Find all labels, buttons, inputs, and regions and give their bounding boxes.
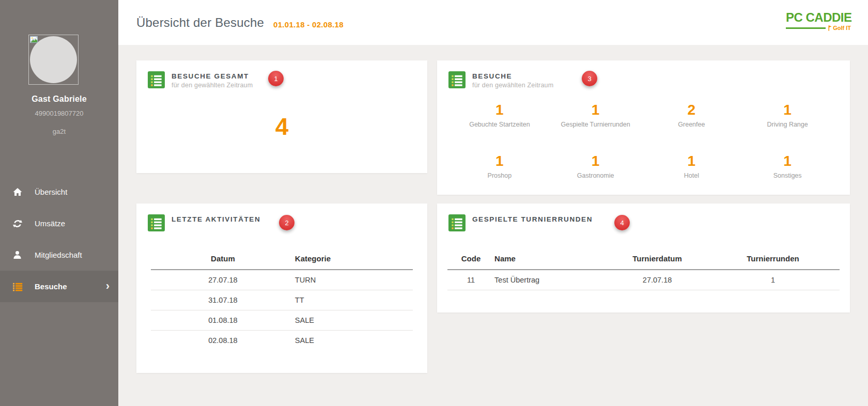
card-title: BESUCHE GESAMT — [172, 71, 253, 80]
sidebar-item-label: Besuche — [35, 282, 67, 291]
table-row: 31.07.18 TT — [151, 290, 413, 310]
table-cell-datum: 27.07.18 — [151, 270, 295, 290]
table-cell-kategorie: TT — [295, 290, 413, 310]
sidebar-item-uebersicht[interactable]: Übersicht — [0, 176, 118, 208]
table-row: 11 Test Übertrag 27.07.18 1 — [447, 270, 840, 290]
step-badge-1[interactable]: 1 — [268, 71, 284, 86]
column-header-code: Code — [447, 249, 494, 270]
avatar — [28, 35, 79, 85]
logo-text: PC CADDIE — [786, 11, 851, 24]
visit-stats-grid: 1 Gebuchte Startzeiten 1 Gespielte Turni… — [437, 89, 850, 179]
golf-flag-icon — [828, 25, 832, 31]
list-icon — [148, 214, 165, 231]
user-name: Gast Gabriele — [0, 95, 118, 104]
table-cell-kategorie: SALE — [295, 331, 413, 351]
stat-label: Proshop — [452, 172, 548, 179]
stat-item: 1 Hotel — [644, 153, 740, 179]
list-icon — [448, 71, 466, 88]
card-letzte-aktivitaeten: LETZTE AKTIVITÄTEN 2 Datum Kategorie 27.… — [136, 204, 427, 373]
list-icon — [13, 282, 27, 291]
stat-item: 1 Gespielte Turnierrunden — [548, 102, 644, 128]
column-header-turnierrunden: Turnierrunden — [706, 249, 840, 270]
stat-label: Greenfee — [644, 121, 740, 128]
column-header-turnierdatum: Turnierdatum — [608, 249, 706, 270]
table-cell-datum: 02.08.18 — [151, 331, 295, 351]
avatar-placeholder-circle — [30, 36, 77, 83]
stat-value: 1 — [452, 153, 548, 169]
stat-label: Driving Range — [739, 121, 835, 128]
broken-image-icon — [30, 36, 38, 43]
pc-caddie-logo: PC CADDIE Golf IT — [786, 11, 851, 31]
date-range-label: 01.01.18 - 02.08.18 — [273, 17, 344, 29]
stat-value: 1 — [644, 153, 740, 169]
card-subtitle: für den gewählten Zeitraum — [472, 82, 553, 89]
stat-label: Hotel — [644, 172, 740, 179]
main-area: Übersicht der Besuche 01.01.18 - 02.08.1… — [118, 0, 868, 406]
sync-icon — [13, 219, 27, 228]
sidebar: Gast Gabriele 4990019807720 ga2t Übersic… — [0, 0, 118, 406]
list-icon — [148, 71, 165, 88]
sidebar-item-label: Umsätze — [35, 219, 65, 228]
member-icon — [13, 251, 27, 259]
stat-item: 1 Gebuchte Startzeiten — [452, 102, 548, 128]
stat-item: 1 Driving Range — [739, 102, 835, 128]
column-header-datum: Datum — [151, 249, 295, 270]
table-cell-kategorie: SALE — [295, 310, 413, 331]
table-row: 27.07.18 TURN — [151, 270, 413, 290]
stat-label: Sonstiges — [739, 172, 835, 179]
stat-label: Gebuchte Startzeiten — [452, 121, 548, 128]
sidebar-item-label: Übersicht — [35, 188, 67, 196]
table-cell-code: 11 — [447, 270, 494, 290]
step-badge-2[interactable]: 2 — [279, 215, 295, 230]
dashboard-content: BESUCHE GESAMT für den gewählten Zeitrau… — [118, 45, 868, 406]
stat-item: 1 Sonstiges — [739, 153, 835, 179]
page-title: Übersicht der Besuche — [136, 15, 264, 30]
home-icon — [13, 188, 27, 196]
logo-subtext: Golf IT — [828, 25, 851, 31]
username: ga2t — [0, 128, 118, 135]
table-cell-name: Test Übertrag — [494, 270, 608, 290]
table-cell-datum: 31.07.18 — [151, 290, 295, 310]
activities-table: Datum Kategorie 27.07.18 TURN 31.07.18 T… — [151, 249, 413, 350]
sidebar-item-besuche[interactable]: Besuche › — [0, 271, 118, 302]
table-cell-turnierdatum: 27.07.18 — [608, 270, 706, 290]
table-cell-datum: 01.08.18 — [151, 310, 295, 331]
stat-value: 2 — [644, 102, 740, 118]
column-header-name: Name — [494, 249, 608, 270]
table-row: 01.08.18 SALE — [151, 310, 413, 331]
card-subtitle: für den gewählten Zeitraum — [172, 82, 253, 89]
card-gespielte-turnierrunden: GESPIELTE TURNIERRUNDEN 4 Code Name Turn… — [437, 204, 850, 313]
sidebar-item-label: Mitgliedschaft — [35, 251, 82, 259]
card-title: LETZTE AKTIVITÄTEN — [172, 214, 260, 223]
column-header-kategorie: Kategorie — [295, 249, 413, 270]
card-besuche-gesamt: BESUCHE GESAMT für den gewählten Zeitrau… — [136, 60, 427, 173]
table-header-row: Code Name Turnierdatum Turnierrunden — [447, 249, 840, 270]
stat-item: 1 Proshop — [452, 153, 548, 179]
topbar: Übersicht der Besuche 01.01.18 - 02.08.1… — [118, 0, 868, 45]
tournament-rounds-table: Code Name Turnierdatum Turnierrunden 11 … — [447, 249, 840, 290]
sidebar-nav: Übersicht Umsätze — [0, 176, 118, 302]
stat-value: 1 — [739, 153, 835, 169]
sidebar-item-mitgliedschaft[interactable]: Mitgliedschaft — [0, 239, 118, 271]
card-title: BESUCHE — [472, 71, 553, 80]
list-icon — [448, 214, 466, 231]
table-header-row: Datum Kategorie — [151, 249, 413, 270]
stat-value: 1 — [739, 102, 835, 118]
logo-underline — [786, 27, 826, 29]
step-badge-3[interactable]: 3 — [582, 71, 597, 86]
stat-value: 1 — [548, 153, 644, 169]
table-cell-kategorie: TURN — [295, 270, 413, 290]
card-besuche: BESUCHE für den gewählten Zeitraum 3 1 G… — [437, 60, 850, 195]
stat-item: 1 Gastronomie — [548, 153, 644, 179]
member-id: 4990019807720 — [0, 110, 118, 117]
chevron-right-icon: › — [106, 280, 110, 292]
step-badge-4[interactable]: 4 — [614, 215, 630, 230]
stat-label: Gastronomie — [548, 172, 644, 179]
stat-label: Gespielte Turnierrunden — [548, 121, 644, 128]
card-title: GESPIELTE TURNIERRUNDEN — [472, 214, 593, 223]
stat-value: 1 — [548, 102, 644, 118]
stat-item: 2 Greenfee — [644, 102, 740, 128]
table-row: 02.08.18 SALE — [151, 331, 413, 351]
sidebar-item-umsaetze[interactable]: Umsätze — [0, 208, 118, 239]
table-cell-turnierrunden: 1 — [706, 270, 840, 290]
